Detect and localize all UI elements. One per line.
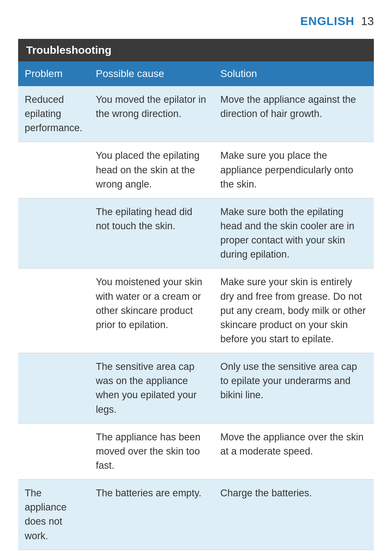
cell-cause: The batteries are empty. [89, 480, 214, 550]
cell-solution: Make sure your skin is entirely dry and … [214, 269, 374, 353]
table-row: The appliance has been moved over the sk… [18, 423, 374, 479]
cell-problem [18, 198, 89, 269]
cell-problem [18, 142, 89, 198]
table-row: Reduced epilating performance.You moved … [18, 86, 374, 142]
cell-solution: Move the appliance against the direction… [214, 86, 374, 142]
cell-solution: Only use the sensitive area cap to epila… [214, 353, 374, 424]
table-row: The epilating head did not touch the ski… [18, 198, 374, 269]
table-row: You placed the epilating head on the ski… [18, 142, 374, 198]
cell-cause: You moistened your skin with water or a … [89, 269, 214, 353]
section-title: Troubleshooting [18, 39, 374, 61]
cell-problem [18, 269, 89, 353]
cell-cause: The appliance has been moved over the sk… [89, 423, 214, 479]
cell-cause: The epilating head did not touch the ski… [89, 198, 214, 269]
cell-cause: You moved the epilator in the wrong dire… [89, 86, 214, 142]
cell-solution: Make sure both the epilating head and th… [214, 198, 374, 269]
column-header-cause: Possible cause [89, 61, 214, 86]
troubleshooting-table: Problem Possible cause Solution Reduced … [18, 61, 374, 550]
cell-problem [18, 423, 89, 479]
page-header: ENGLISH 13 [18, 15, 374, 28]
table-row: You moistened your skin with water or a … [18, 269, 374, 353]
table-row: The sensitive area cap was on the applia… [18, 353, 374, 424]
cell-solution: Move the appliance over the skin at a mo… [214, 423, 374, 479]
cell-cause: You placed the epilating head on the ski… [89, 142, 214, 198]
cell-problem: Reduced epilating performance. [18, 86, 89, 142]
cell-problem: The appliance does not work. [18, 480, 89, 550]
cell-problem [18, 353, 89, 424]
cell-solution: Charge the batteries. [214, 480, 374, 550]
page-number: 13 [361, 15, 374, 28]
column-header-problem: Problem [18, 61, 89, 86]
table-header-row: Problem Possible cause Solution [18, 61, 374, 86]
cell-cause: The sensitive area cap was on the applia… [89, 353, 214, 424]
language-label: ENGLISH [300, 15, 354, 28]
table-row: The appliance does not work.The batterie… [18, 480, 374, 550]
column-header-solution: Solution [214, 61, 374, 86]
cell-solution: Make sure you place the appliance perpen… [214, 142, 374, 198]
